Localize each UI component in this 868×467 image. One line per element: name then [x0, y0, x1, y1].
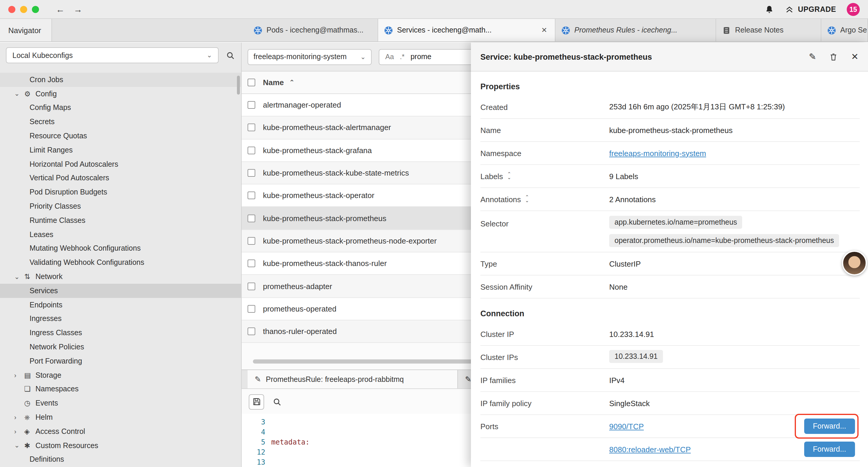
horizontal-scrollbar[interactable] — [253, 359, 473, 363]
property-label: Cluster IPs — [480, 353, 609, 361]
close-window-button[interactable] — [8, 6, 16, 13]
close-drawer-icon[interactable]: ✕ — [851, 52, 859, 62]
sidebar-item-mutating-webhook-configurations[interactable]: Mutating Webhook Configurations — [0, 241, 241, 256]
property-row-selector: Selector app.kubernetes.io/name=promethe… — [480, 211, 860, 253]
selector-badge: operator.prometheus.io/name=kube-prometh… — [609, 234, 839, 247]
sidebar-item-horizontal-pod-autoscalers[interactable]: Horizontal Pod Autoscalers — [0, 157, 241, 171]
kubeconfig-select[interactable]: Local Kubeconfigs ⌄ — [6, 47, 219, 63]
row-checkbox[interactable] — [248, 305, 255, 313]
floating-avatar[interactable] — [842, 251, 867, 275]
trash-icon[interactable] — [829, 52, 838, 61]
row-checkbox[interactable] — [248, 282, 255, 290]
sidebar-item-secrets[interactable]: Secrets — [0, 115, 241, 129]
sidebar-group-network[interactable]: ⌄ ⇅ Network — [0, 269, 241, 284]
property-row-session-affinity: Session Affinity None — [480, 275, 860, 298]
property-row-name: Name kube-prometheus-stack-prometheus — [480, 119, 860, 142]
save-button[interactable] — [249, 394, 264, 409]
select-all-checkbox[interactable] — [248, 79, 255, 86]
sidebar-item-leases[interactable]: Leases — [0, 228, 241, 242]
kubeconfig-select-value: Local Kubeconfigs — [12, 51, 73, 59]
sidebar-item-services[interactable]: Services — [0, 284, 241, 298]
chevron-down-icon: ⌄ — [207, 52, 212, 59]
sidebar-item-network-policies[interactable]: Network Policies — [0, 340, 241, 354]
back-arrow-icon[interactable]: ← — [54, 4, 66, 14]
edit-icon[interactable]: ✎ — [809, 52, 816, 62]
name-column-header[interactable]: Name — [263, 78, 284, 87]
minimize-window-button[interactable] — [20, 6, 27, 13]
sidebar-item-endpoints[interactable]: Endpoints — [0, 298, 241, 312]
tab-prometheus-rules[interactable]: Prometheus Rules - icecheng... — [555, 19, 716, 41]
tab-services[interactable]: Services - icecheng@math... ✕ — [378, 19, 555, 41]
sidebar-item-limit-ranges[interactable]: Limit Ranges — [0, 143, 241, 157]
service-name: kube-prometheus-stack-kube-state-metrics — [263, 169, 409, 177]
row-checkbox[interactable] — [248, 237, 255, 245]
sidebar-item-port-forwarding[interactable]: Port Forwarding — [0, 354, 241, 368]
row-checkbox[interactable] — [248, 101, 255, 109]
sidebar-item-definitions[interactable]: Definitions — [0, 453, 241, 467]
tab-pods[interactable]: Pods - icecheng@mathmas... — [248, 19, 378, 41]
expand-collapse-icon[interactable]: ⌃⌄ — [507, 173, 511, 180]
maximize-window-button[interactable] — [32, 6, 39, 13]
sidebar-group-helm[interactable]: › ⎈ Helm — [0, 410, 241, 425]
sidebar-item-namespaces[interactable]: ❏ Namespaces — [0, 382, 241, 396]
forward-button[interactable]: Forward... — [804, 442, 855, 457]
drawer-header: Service: kube-prometheus-stack-prometheu… — [471, 42, 868, 71]
sidebar-item-priority-classes[interactable]: Priority Classes — [0, 199, 241, 213]
sort-ascending-icon[interactable]: ⌃ — [289, 79, 294, 86]
row-checkbox[interactable] — [248, 260, 255, 267]
lens-app-window: ← → UPGRADE 15 Navigator — [0, 0, 868, 467]
editor-search-icon[interactable] — [272, 397, 282, 406]
sidebar-item-label: Ingress Classes — [30, 329, 82, 337]
tab-label: Release Notes — [735, 26, 783, 34]
chevron-right-icon[interactable]: › — [14, 428, 24, 435]
property-value: kube-prometheus-stack-prometheus — [609, 126, 860, 135]
tab-argo[interactable]: Argo Se — [821, 19, 868, 41]
floppy-disk-icon — [252, 397, 261, 406]
row-checkbox[interactable] — [248, 124, 255, 132]
chevron-right-icon[interactable]: › — [14, 372, 24, 379]
notification-bell-icon[interactable] — [765, 4, 774, 14]
sidebar-item-cron-jobs[interactable]: Cron Jobs — [0, 73, 241, 87]
sidebar-item-validating-webhook-configurations[interactable]: Validating Webhook Configurations — [0, 256, 241, 270]
sidebar-item-runtime-classes[interactable]: Runtime Classes — [0, 213, 241, 228]
port-link[interactable]: 8080:reloader-web/TCP — [609, 445, 691, 454]
sidebar-scrollbar[interactable] — [237, 76, 240, 95]
chevron-down-icon[interactable]: ⌄ — [14, 442, 24, 449]
sidebar-item-resource-quotas[interactable]: Resource Quotas — [0, 129, 241, 143]
helm-icon: ⎈ — [24, 413, 35, 421]
sidebar-group-storage[interactable]: › ▤ Storage — [0, 368, 241, 382]
row-checkbox[interactable] — [248, 327, 255, 335]
notification-count-badge[interactable]: 15 — [847, 3, 860, 16]
sidebar-item-label: Services — [30, 287, 58, 295]
row-checkbox[interactable] — [248, 146, 255, 154]
close-tab-icon[interactable]: ✕ — [539, 25, 549, 35]
sidebar-item-events[interactable]: ◷ Events — [0, 396, 241, 411]
search-icon[interactable] — [226, 51, 235, 60]
tab-release-notes[interactable]: Release Notes — [716, 19, 821, 41]
sidebar-item-config-maps[interactable]: Config Maps — [0, 101, 241, 115]
row-checkbox[interactable] — [248, 192, 255, 200]
sidebar-group-custom-resources[interactable]: ⌄ ✱ Custom Resources — [0, 438, 241, 453]
expand-collapse-icon[interactable]: ⌃⌄ — [525, 196, 529, 203]
regex-toggle[interactable]: .* — [400, 53, 404, 61]
sidebar-item-vertical-pod-autoscalers[interactable]: Vertical Pod Autoscalers — [0, 171, 241, 185]
sidebar-item-ingresses[interactable]: Ingresses — [0, 312, 241, 326]
match-case-toggle[interactable]: Aa — [385, 53, 394, 61]
chevron-down-icon[interactable]: ⌄ — [14, 90, 24, 97]
chevron-right-icon[interactable]: › — [14, 414, 24, 421]
chevron-down-icon[interactable]: ⌄ — [14, 273, 24, 281]
row-checkbox[interactable] — [248, 169, 255, 177]
sidebar-item-ingress-classes[interactable]: Ingress Classes — [0, 326, 241, 340]
forward-arrow-icon[interactable]: → — [72, 4, 84, 14]
sidebar-group-access-control[interactable]: › ◈ Access Control — [0, 425, 241, 439]
editor-tab-prometheusrule[interactable]: ✎ PrometheusRule: freeleaps-prod-rabbitm… — [248, 370, 458, 388]
namespace-select[interactable]: freeleaps-monitoring-system ⌄ — [248, 49, 372, 65]
forward-button[interactable]: Forward... — [804, 418, 855, 434]
sidebar-item-pod-disruption-budgets[interactable]: Pod Disruption Budgets — [0, 185, 241, 200]
port-link[interactable]: 9090/TCP — [609, 422, 644, 431]
sidebar-item-label: Config Maps — [30, 104, 71, 112]
sidebar-group-config[interactable]: ⌄ ⚙ Config — [0, 87, 241, 101]
row-checkbox[interactable] — [248, 214, 255, 222]
upgrade-button[interactable]: UPGRADE — [785, 4, 836, 14]
namespace-link[interactable]: freeleaps-monitoring-system — [609, 149, 706, 157]
